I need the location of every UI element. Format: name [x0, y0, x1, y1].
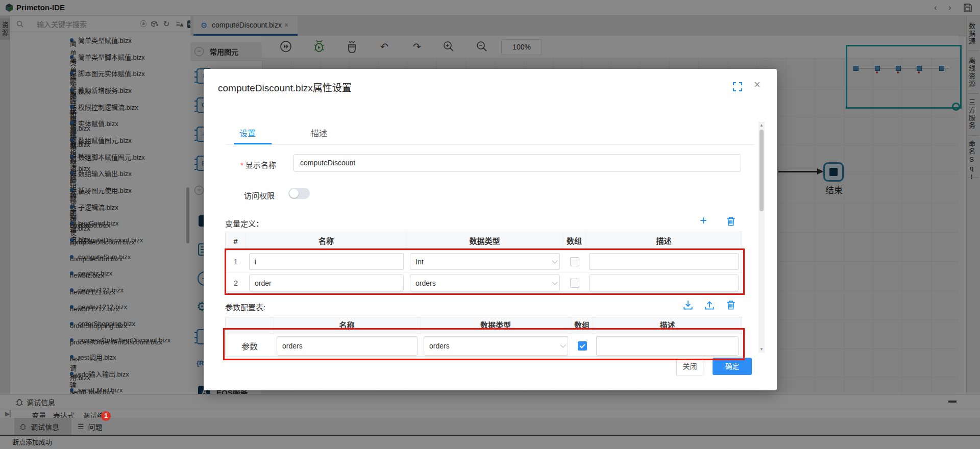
params-label: 参数配置表:: [225, 302, 265, 312]
col-header: 名称: [246, 232, 407, 251]
close-button[interactable]: 关闭: [676, 358, 703, 376]
required-asterisk: *: [240, 161, 243, 169]
display-name-input[interactable]: computeDiscount: [293, 154, 741, 172]
toggle-knob: [289, 189, 299, 198]
annotation-box-params: [223, 328, 745, 360]
col-header: 描述: [586, 232, 742, 251]
scrollbar-thumb[interactable]: [760, 130, 764, 211]
access-toggle[interactable]: [288, 188, 310, 199]
tab-description[interactable]: 描述: [311, 127, 327, 139]
annotation-box-variables: [225, 248, 745, 295]
scroll-down-icon[interactable]: ▼: [759, 347, 764, 352]
divider: [226, 144, 754, 145]
col-header: 数据类型: [407, 232, 563, 251]
dialog-scrollbar[interactable]: ▲ ▼: [758, 122, 765, 353]
col-header: 数组: [563, 232, 586, 251]
variables-label: 变量定义：: [225, 218, 263, 229]
tab-settings[interactable]: 设置: [239, 127, 256, 139]
access-label: 访问权限: [244, 190, 275, 201]
delete-rows-icon[interactable]: [725, 216, 737, 227]
scroll-up-icon[interactable]: ▲: [759, 123, 764, 128]
fullscreen-icon[interactable]: [733, 82, 742, 91]
display-name-label: *显示名称: [240, 159, 276, 170]
delete-rows-icon[interactable]: [725, 300, 737, 311]
close-icon[interactable]: ×: [754, 79, 761, 90]
export-icon[interactable]: [704, 300, 715, 311]
import-icon[interactable]: [682, 300, 694, 311]
problems-badge: 1: [101, 411, 111, 421]
ok-button[interactable]: 确定: [713, 358, 752, 375]
add-row-icon[interactable]: +: [700, 213, 707, 228]
col-header: #: [226, 232, 246, 251]
dialog-title: computeDiscount.bizx属性设置: [218, 80, 352, 94]
app-window: Primeton-IDE ‹ › 资源 ⓐ ↻ ≡▴ A文 简单类型赋值.: [0, 0, 980, 449]
